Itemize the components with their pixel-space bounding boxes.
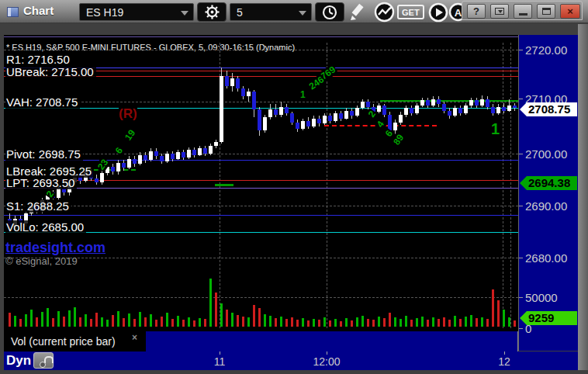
get-label: GET [402, 8, 420, 17]
maximize-button[interactable] [537, 4, 555, 19]
candle-body [274, 109, 278, 115]
volume-bar [188, 317, 190, 327]
help-button[interactable]: ? [467, 4, 486, 19]
candle-body [198, 148, 202, 155]
level-label: Pivot: 2698.75 [5, 147, 83, 161]
candle-body [496, 107, 500, 113]
volume-bar [231, 313, 233, 327]
time-axis[interactable]: Dyn 1112:0012 [4, 351, 578, 370]
pencil-icon [349, 3, 368, 21]
rollup-button[interactable] [490, 4, 509, 19]
candle-body [458, 108, 462, 113]
get-button[interactable]: GET [397, 5, 424, 19]
volume-bar [166, 313, 168, 327]
minimize-button[interactable] [514, 4, 532, 19]
volume-bar [367, 319, 369, 327]
candle-body [127, 159, 131, 168]
time-tick [220, 351, 220, 355]
time-gridline [327, 43, 327, 328]
volume-bar [41, 312, 43, 327]
window-controls: ? × [462, 1, 583, 20]
volume-bar [394, 317, 396, 327]
price-tag: 2694.38 [520, 176, 577, 190]
candle-body [377, 106, 381, 112]
candle-body [382, 106, 386, 115]
volume-bar [340, 321, 342, 327]
chart-series-title: * ES H19, S&P 500 E-MINI FUTURES - GLOBE… [6, 43, 295, 52]
volume-bar [470, 315, 472, 327]
volume-bar [19, 319, 22, 327]
gear-icon [205, 5, 220, 19]
volume-bar [416, 318, 418, 327]
volume-bar [161, 317, 163, 327]
candle-body [236, 78, 240, 88]
candle-body [502, 107, 506, 111]
zigzag-chart-icon [374, 2, 395, 23]
candle-body [133, 159, 137, 164]
candle-body [420, 100, 424, 106]
candle-body [344, 111, 348, 119]
candle-body [306, 121, 310, 126]
close-button[interactable]: × [560, 4, 580, 19]
candle-body [442, 104, 446, 111]
trade-annotation: 1 [299, 89, 306, 100]
volume-bar [280, 317, 282, 327]
volume-bar [36, 317, 38, 327]
lock-time-button[interactable] [33, 352, 54, 369]
interval-combobox[interactable]: 5 [230, 3, 312, 21]
candle-body [290, 113, 294, 123]
volume-bar [514, 320, 516, 327]
axis-label: 2720.00 [525, 43, 567, 57]
volume-bar [399, 319, 402, 327]
volume-bar [291, 317, 293, 327]
candle-body [480, 99, 484, 106]
settings-button[interactable] [197, 2, 227, 22]
volume-bar [182, 320, 185, 327]
level-line [4, 215, 518, 216]
volume-bar [334, 319, 337, 327]
volume-bar [150, 314, 152, 327]
volume-bar [329, 320, 331, 327]
time-label: 12:00 [313, 355, 340, 368]
indicator-close-icon[interactable]: × [132, 332, 137, 343]
axis-tick [519, 154, 523, 154]
candle-body [388, 115, 392, 130]
volume-bar [204, 319, 206, 327]
candle-body [116, 163, 120, 171]
candle-body [486, 99, 489, 107]
candle-body [225, 76, 229, 86]
draw-tools-button[interactable] [348, 2, 369, 22]
candle-body [263, 117, 267, 130]
volume-bar [258, 308, 261, 327]
candle-body [426, 100, 430, 106]
frame-bottom-strip [0, 370, 588, 374]
chart-pane[interactable]: * ES H19, S&P 500 E-MINI FUTURES - GLOBE… [4, 35, 518, 331]
studies-button[interactable] [372, 2, 396, 22]
clock-icon [322, 5, 337, 20]
minimize-icon [519, 13, 527, 16]
volume-bar [128, 313, 130, 327]
price-axis[interactable]: 2720.002710.002700.002690.002680.0050000… [518, 35, 578, 351]
volume-bar [9, 313, 11, 327]
play-icon [428, 2, 448, 23]
time-tick [504, 351, 505, 355]
volume-bar [459, 319, 462, 327]
time-interval-button[interactable] [315, 2, 344, 22]
candle-body [268, 109, 272, 117]
watermark-link: tradesight.com [5, 240, 105, 256]
candle-body [328, 116, 332, 121]
candle-body [317, 119, 321, 123]
volume-bar [133, 319, 136, 327]
level-line [380, 100, 518, 102]
axis-label: 2680.00 [525, 251, 567, 265]
candle-body [464, 106, 468, 113]
candle-body [111, 167, 115, 171]
volume-bar [410, 320, 413, 327]
candle-body [301, 121, 305, 129]
symbol-combobox[interactable]: ES H19 [79, 3, 194, 21]
candle-body [437, 99, 441, 104]
candle-body [355, 108, 359, 116]
price-tag: 2708.75 [520, 102, 577, 116]
volume-bar [378, 317, 380, 327]
volume-bar [144, 317, 147, 327]
